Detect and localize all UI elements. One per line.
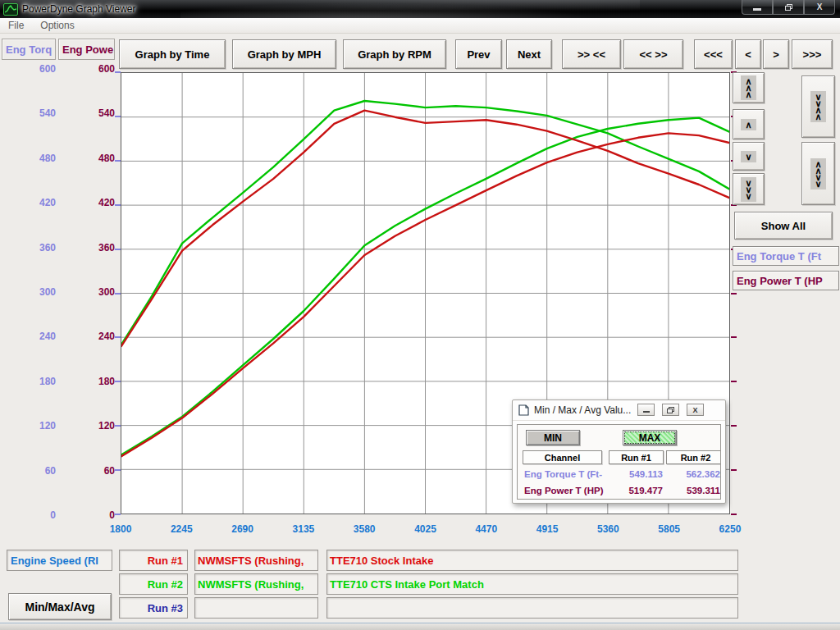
menu-item-file[interactable]: File (0, 18, 32, 33)
zoom-out-y-button[interactable]: ∧ ∧ ∨ ∨ (801, 142, 835, 205)
x-tick-label: 5805 (648, 523, 691, 536)
pan-down-fast-button[interactable]: ∨ ∨ ∨ (733, 173, 765, 205)
x-tick-label: 4915 (526, 523, 568, 536)
axis-tickmark (115, 425, 121, 427)
dialog-row-channel: Eng Power T (HP) (524, 486, 603, 495)
axis-tickmark (115, 469, 121, 471)
axis-tickmark (731, 381, 737, 382)
minmax-dialog-titlebar[interactable]: Min / Max / Avg Valu... X (513, 400, 725, 421)
y-tick-label: 0 (59, 509, 115, 521)
run1-description-field[interactable]: TTE710 Stock Intake (326, 550, 738, 571)
collapse-vertical-icon: ∨ ∨ ∧ ∧ (810, 91, 825, 122)
torque-channel-toggle[interactable]: Eng Torq (2, 39, 56, 60)
y-tick-label: 120 (59, 420, 115, 431)
run2-description-field[interactable]: TTE710 CTS Intake Port Match (326, 573, 738, 595)
minimize-button[interactable] (742, 0, 773, 15)
y-tick-label: 420 (59, 197, 115, 208)
graph-by-mph-button[interactable]: Graph by MPH (232, 39, 336, 69)
minmax-dialog: Min / Max / Avg Valu... X MIN MAX Channe… (512, 399, 726, 504)
run1-column-header[interactable]: Run #1 (609, 450, 664, 464)
show-all-button[interactable]: Show All (734, 212, 833, 240)
y-tick-label: 240 (59, 331, 115, 342)
axis-tickmark (115, 160, 121, 162)
run1-label[interactable]: Run #1 (119, 550, 188, 571)
zoom-in-x-button[interactable]: >> << (562, 39, 621, 69)
x-tick-label: 6250 (709, 523, 751, 536)
x-tick-label: 4470 (465, 523, 508, 536)
dialog-close-icon: X (692, 406, 697, 414)
min-tab-button[interactable]: MIN (526, 430, 580, 445)
axis-tickmark (115, 249, 121, 250)
axis-tickmark (115, 204, 121, 206)
graph-by-time-button[interactable]: Graph by Time (119, 39, 226, 69)
run3-label[interactable]: Run #3 (119, 597, 188, 619)
axis-tickmark (731, 469, 737, 471)
run2-label[interactable]: Run #2 (119, 573, 188, 595)
x-tick-label: 4025 (404, 523, 446, 536)
power-channel-toggle[interactable]: Eng Powe (58, 39, 115, 60)
x-tick-label: 2245 (160, 523, 203, 536)
triple-down-chevron-icon: ∨ ∨ ∨ (741, 177, 756, 202)
pan-up-fast-button[interactable]: ∧ ∧ ∧ (733, 72, 765, 103)
next-button[interactable]: Next (506, 39, 552, 69)
y-tick-label: 300 (0, 286, 56, 298)
graph-by-rpm-button[interactable]: Graph by RPM (343, 39, 446, 69)
menubar: File Options (0, 18, 840, 34)
run2-column-header[interactable]: Run #2 (666, 450, 721, 464)
window-title: PowerDyne Graph Viewer (22, 3, 136, 15)
max-tab-button[interactable]: MAX (623, 430, 677, 445)
dialog-row-channel: Eng Torque T (Ft- (524, 469, 602, 479)
min-max-avg-button[interactable]: Min/Max/Avg (8, 593, 112, 620)
torque-axis-tick-labels: 600540480420360300240180120600 (0, 63, 56, 521)
close-button[interactable]: X (804, 0, 835, 15)
dialog-row-run1-value: 549.113 (609, 469, 663, 479)
axis-tickmark (115, 116, 121, 117)
axis-tickmark (115, 336, 121, 338)
x-tick-label: 5360 (587, 523, 629, 536)
scroll-left-button[interactable]: < (735, 39, 761, 69)
axis-tickmark (115, 71, 121, 73)
dialog-close-button[interactable]: X (687, 404, 704, 416)
zoom-in-y-button[interactable]: ∨ ∨ ∧ ∧ (801, 75, 835, 138)
pan-down-button[interactable]: ∨ (733, 142, 765, 171)
channel-column-header[interactable]: Channel (523, 450, 602, 464)
menu-item-options[interactable]: Options (32, 18, 82, 33)
down-chevron-icon: ∨ (741, 151, 756, 162)
scroll-right-button[interactable]: > (763, 39, 789, 69)
window-controls: X (742, 0, 835, 15)
dialog-minimize-button[interactable] (637, 404, 655, 416)
scroll-left-fast-button[interactable]: <<< (694, 39, 733, 69)
y-tick-label: 60 (0, 465, 56, 477)
dialog-row-run2-value: 562.362 (666, 469, 720, 479)
prev-button[interactable]: Prev (455, 39, 502, 69)
x-tick-label: 3135 (282, 523, 325, 536)
run2-file-field[interactable]: NWMSFTS (Rushing, (194, 573, 318, 595)
dialog-restore-icon (667, 407, 674, 413)
y-tick-label: 540 (59, 107, 115, 119)
y-tick-label: 180 (59, 376, 115, 387)
expand-vertical-icon: ∧ ∧ ∨ ∨ (810, 158, 825, 189)
axis-tickmark (731, 514, 737, 515)
dialog-restore-button[interactable] (662, 404, 679, 416)
run3-description-field[interactable] (326, 597, 738, 619)
pan-up-button[interactable]: ∧ (733, 109, 765, 139)
zoom-out-x-button[interactable]: << >> (623, 39, 683, 69)
x-tick-label: 2690 (221, 523, 264, 536)
minmax-dialog-body: MIN MAX Channel Run #1 Run #2 Eng Torque… (517, 424, 721, 500)
y-tick-label: 0 (0, 509, 56, 521)
y-tick-label: 180 (0, 376, 56, 387)
dialog-minimize-icon (643, 411, 650, 413)
run3-file-field[interactable] (194, 597, 318, 619)
window-titlebar: PowerDyne Graph Viewer X (0, 0, 840, 18)
maximize-button[interactable] (773, 0, 804, 15)
up-chevron-icon: ∧ (741, 119, 756, 130)
x-tick-label: 1800 (99, 523, 142, 536)
y-tick-label: 420 (0, 197, 56, 208)
y-tick-label: 360 (0, 242, 56, 253)
y-tick-label: 120 (0, 420, 56, 431)
x-tick-label: 3580 (343, 523, 386, 536)
scroll-right-fast-button[interactable]: >>> (792, 39, 833, 69)
run1-file-field[interactable]: NWMSFTS (Rushing, (194, 550, 318, 571)
axis-tickmark (115, 381, 121, 382)
document-icon (518, 404, 529, 416)
